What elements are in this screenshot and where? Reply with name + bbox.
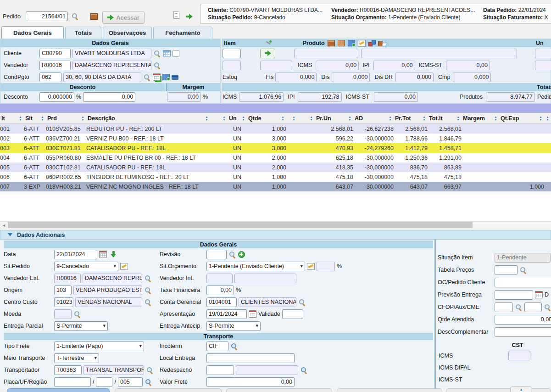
search-icon[interactable] — [299, 299, 306, 306]
bottom-tab[interactable] — [446, 388, 551, 392]
valor-frete-input[interactable]: 0,00 — [206, 377, 295, 387]
scroll-up-button[interactable]: ▲ — [510, 386, 532, 392]
acessar-button[interactable]: Acessar — [102, 11, 145, 24]
credit-card-icon[interactable] — [172, 75, 178, 80]
edit-note-icon[interactable] — [307, 263, 315, 270]
collapse-icon[interactable] — [8, 233, 12, 236]
sit-orcamento-select[interactable]: 1-Pendente (Enviado Cliente) — [206, 262, 305, 271]
calendar-icon[interactable] — [249, 310, 256, 318]
uf-input[interactable] — [96, 377, 112, 387]
search-icon[interactable] — [154, 62, 161, 69]
cliente-code-input[interactable]: C00790 — [39, 49, 71, 58]
desconto-pct-input[interactable]: 0,000000 — [39, 92, 74, 102]
col-qtexp[interactable]: Qt.Exp — [499, 113, 544, 124]
bottom-tab[interactable] — [226, 388, 332, 392]
search-icon[interactable] — [145, 299, 151, 306]
col-margem[interactable]: Margem — [462, 113, 499, 124]
transportador-code-input[interactable]: T00363 — [54, 365, 82, 375]
vendedor-int-code-field[interactable] — [206, 274, 233, 283]
package-icon[interactable] — [90, 13, 98, 20]
calendar-icon[interactable] — [99, 251, 107, 258]
scrollbar-thumb[interactable] — [8, 222, 473, 228]
col-desc[interactable]: Descrição — [86, 113, 210, 124]
product-box-icon[interactable] — [328, 40, 335, 46]
horizontal-scrollbar[interactable]: ◄ — [0, 221, 551, 229]
cfop-input[interactable] — [495, 302, 513, 312]
table-row-selected[interactable]: 0073-EXP018VH003.21VERNIZ NC MOGNO INGLE… — [0, 182, 551, 191]
installments-icon[interactable] — [162, 74, 170, 80]
tabela-precos-input[interactable] — [495, 265, 518, 275]
product-variants-icon[interactable] — [368, 40, 375, 46]
centro-custo-code-input[interactable]: 01023 — [54, 297, 73, 307]
col-prtot[interactable]: Pr.Tot — [394, 113, 428, 124]
item-tool-icon[interactable] — [265, 40, 272, 46]
entrega-antecip-select[interactable]: S-Permite — [206, 321, 261, 331]
table-row[interactable]: 0016-ATT010SV205.85REDUTOR PU - REF.: 20… — [0, 124, 551, 134]
col-un[interactable]: Un — [228, 113, 247, 124]
search-icon[interactable] — [72, 13, 78, 20]
green-down-arrow-icon[interactable] — [111, 251, 117, 258]
search-icon[interactable] — [145, 379, 152, 386]
tab-observacoes[interactable]: Observações — [103, 27, 152, 39]
incoterm-input[interactable]: CIF — [206, 342, 228, 351]
search-icon[interactable] — [145, 275, 151, 282]
document-export-icon[interactable] — [173, 11, 179, 19]
produto-desc-field[interactable] — [361, 49, 517, 58]
search-icon[interactable] — [146, 367, 153, 374]
aux-input[interactable] — [524, 302, 542, 312]
tab-dados-gerais[interactable]: Dados Gerais — [1, 26, 64, 39]
sit-pedido-select[interactable]: 9-Cancelado — [54, 262, 118, 271]
vendedor-code-input[interactable]: R00016 — [39, 61, 71, 70]
product-box2-icon[interactable] — [338, 40, 345, 46]
col-qtde[interactable]: Qtde — [247, 113, 286, 124]
previsao-entrega-input[interactable] — [495, 290, 533, 300]
table-row[interactable]: 0026-ATT036VZ700.21VERNIZ PU B00 - REF.:… — [0, 134, 551, 143]
origem-code-input[interactable]: 103 — [54, 286, 72, 295]
col-totit[interactable]: Tot.It — [428, 113, 462, 124]
edit-note-icon[interactable] — [120, 263, 128, 270]
redespacho-code-input[interactable] — [206, 365, 234, 375]
col-prd[interactable]: Prd — [46, 113, 86, 124]
vendedor-ext-code-input[interactable]: R00016 — [54, 274, 81, 283]
bottom-tab[interactable] — [115, 388, 222, 392]
search-icon[interactable] — [154, 50, 161, 57]
search-icon[interactable] — [301, 367, 307, 374]
col-prun[interactable]: Pr.Un — [315, 113, 353, 124]
placa-input[interactable] — [54, 377, 91, 387]
table-row[interactable]: 0056-ATT030CT102.81CATALISADOR PU - REF.… — [0, 162, 551, 172]
col-it[interactable]: It — [0, 113, 24, 124]
product-edit-icon[interactable] — [358, 40, 366, 47]
pedido-input[interactable]: 21564/01 — [26, 11, 68, 21]
regiao-input[interactable]: 005 — [118, 377, 143, 387]
col-e1[interactable] — [286, 113, 297, 124]
product-add-icon[interactable] — [348, 40, 355, 46]
condpgto-code-input[interactable]: 062 — [39, 73, 61, 82]
calendar-plus-icon[interactable] — [153, 73, 161, 81]
search-icon[interactable] — [544, 304, 551, 311]
col-e2[interactable] — [297, 113, 315, 124]
revisao-input[interactable] — [206, 250, 227, 259]
tipo-frete-select[interactable]: 1-Emitente (Pago) — [54, 342, 144, 351]
search-icon[interactable] — [520, 267, 527, 274]
apresentacao-input[interactable]: 19/01/2024 — [206, 309, 247, 319]
search-icon[interactable] — [231, 343, 238, 350]
bottom-tab-active[interactable] — [7, 388, 110, 392]
data-input[interactable]: 22/01/2024 — [54, 250, 97, 259]
table-icon[interactable] — [163, 50, 171, 56]
cst-icms-input[interactable] — [508, 351, 530, 360]
dados-adicionais-header[interactable]: Dados Adicionais — [0, 230, 551, 240]
produto-code-field[interactable] — [294, 49, 358, 58]
col-last[interactable] — [544, 113, 551, 124]
document-arrow-icon[interactable] — [186, 14, 193, 19]
cliente-checkbox[interactable] — [173, 50, 179, 57]
table-row-highlighted[interactable]: 0036-ATT030CT071.81CATALISADOR PU - REF.… — [0, 143, 551, 153]
oc-pedido-input[interactable] — [495, 278, 551, 287]
search-icon[interactable] — [515, 304, 522, 311]
conta-gerencial-code-input[interactable]: 0104001 — [206, 297, 237, 307]
search-icon[interactable] — [74, 311, 81, 318]
meio-transporte-select[interactable]: T-Terrestre — [54, 353, 99, 363]
col-sit[interactable]: Sit — [24, 113, 46, 124]
desc-complementar-input[interactable] — [495, 327, 551, 337]
table-row[interactable]: 0066-ATT060PR002.65TINGIDOR BETUMINOSO -… — [0, 172, 551, 182]
tab-fechamento[interactable]: Fechamento — [153, 27, 212, 39]
